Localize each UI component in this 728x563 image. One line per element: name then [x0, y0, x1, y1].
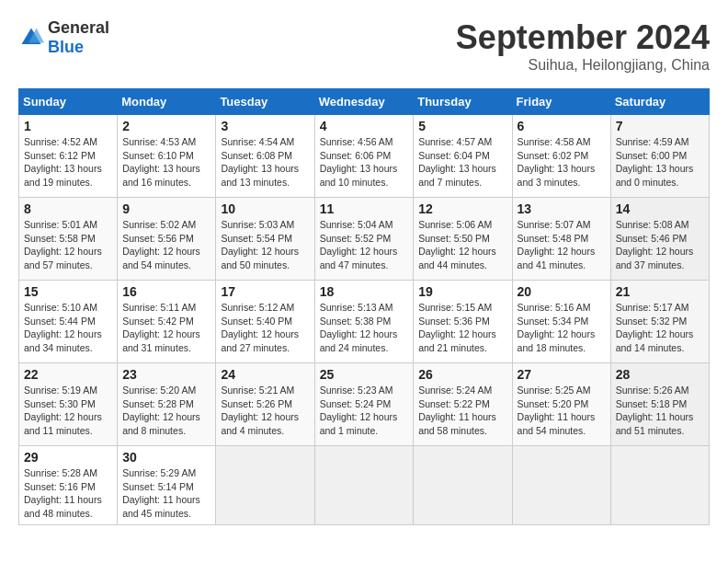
calendar-cell: 5Sunrise: 4:57 AMSunset: 6:04 PMDaylight… [414, 115, 512, 198]
calendar-cell: 2Sunrise: 4:53 AMSunset: 6:10 PMDaylight… [118, 115, 216, 198]
day-number: 1 [24, 119, 112, 133]
day-info: Sunrise: 5:20 AMSunset: 5:28 PMDaylight:… [122, 384, 210, 438]
calendar-cell [414, 446, 512, 525]
calendar-cell: 24Sunrise: 5:21 AMSunset: 5:26 PMDayligh… [216, 363, 314, 446]
weekday-header-wednesday: Wednesday [314, 89, 414, 115]
calendar-week-4: 22Sunrise: 5:19 AMSunset: 5:30 PMDayligh… [19, 363, 710, 446]
day-info: Sunrise: 5:26 AMSunset: 5:18 PMDaylight:… [616, 384, 704, 438]
weekday-header-thursday: Thursday [414, 89, 512, 115]
day-info: Sunrise: 5:29 AMSunset: 5:14 PMDaylight:… [122, 466, 210, 521]
day-info: Sunrise: 5:25 AMSunset: 5:20 PMDaylight:… [518, 384, 606, 438]
day-info: Sunrise: 5:10 AMSunset: 5:44 PMDaylight:… [24, 301, 112, 355]
calendar-cell: 13Sunrise: 5:07 AMSunset: 5:48 PMDayligh… [512, 198, 610, 281]
day-info: Sunrise: 5:12 AMSunset: 5:40 PMDaylight:… [221, 301, 309, 355]
weekday-header-sunday: Sunday [19, 89, 118, 115]
day-info: Sunrise: 5:17 AMSunset: 5:32 PMDaylight:… [616, 301, 704, 355]
day-number: 18 [320, 284, 409, 299]
calendar-week-3: 15Sunrise: 5:10 AMSunset: 5:44 PMDayligh… [19, 281, 710, 363]
calendar-cell: 28Sunrise: 5:26 AMSunset: 5:18 PMDayligh… [610, 363, 709, 446]
day-info: Sunrise: 5:24 AMSunset: 5:22 PMDaylight:… [418, 384, 506, 438]
day-number: 26 [418, 367, 506, 382]
day-number: 4 [320, 119, 409, 133]
day-number: 30 [122, 450, 210, 465]
weekday-header-row: SundayMondayTuesdayWednesdayThursdayFrid… [19, 89, 710, 115]
calendar-cell: 8Sunrise: 5:01 AMSunset: 5:58 PMDaylight… [19, 198, 118, 281]
logo-blue: Blue [48, 38, 84, 56]
day-number: 24 [221, 367, 309, 382]
day-info: Sunrise: 5:08 AMSunset: 5:46 PMDaylight:… [616, 218, 704, 272]
weekday-header-saturday: Saturday [610, 89, 709, 115]
calendar-cell: 20Sunrise: 5:16 AMSunset: 5:34 PMDayligh… [512, 281, 610, 363]
calendar-cell: 1Sunrise: 4:52 AMSunset: 6:12 PMDaylight… [19, 115, 118, 198]
day-info: Sunrise: 5:03 AMSunset: 5:54 PMDaylight:… [221, 218, 309, 272]
day-number: 19 [418, 284, 506, 299]
day-number: 12 [418, 201, 506, 216]
day-info: Sunrise: 4:52 AMSunset: 6:12 PMDaylight:… [24, 135, 112, 190]
day-info: Sunrise: 4:57 AMSunset: 6:04 PMDaylight:… [418, 135, 506, 190]
day-info: Sunrise: 5:02 AMSunset: 5:56 PMDaylight:… [122, 218, 210, 272]
page-header: General Blue September 2024 Suihua, Heil… [18, 18, 710, 74]
title-block: September 2024 Suihua, Heilongjiang, Chi… [456, 18, 710, 74]
calendar-cell: 11Sunrise: 5:04 AMSunset: 5:52 PMDayligh… [314, 198, 414, 281]
day-info: Sunrise: 5:06 AMSunset: 5:50 PMDaylight:… [418, 218, 506, 272]
calendar-cell: 9Sunrise: 5:02 AMSunset: 5:56 PMDaylight… [118, 198, 216, 281]
calendar-cell: 25Sunrise: 5:23 AMSunset: 5:24 PMDayligh… [314, 363, 414, 446]
logo-general: General [48, 18, 109, 37]
day-number: 21 [616, 284, 704, 299]
day-number: 11 [320, 201, 409, 216]
day-info: Sunrise: 4:56 AMSunset: 6:06 PMDaylight:… [320, 135, 409, 190]
day-number: 6 [518, 119, 606, 133]
calendar-cell [314, 446, 414, 525]
day-number: 10 [221, 201, 309, 216]
calendar-cell [512, 446, 610, 525]
day-info: Sunrise: 5:11 AMSunset: 5:42 PMDaylight:… [122, 301, 210, 355]
calendar-week-5: 29Sunrise: 5:28 AMSunset: 5:16 PMDayligh… [19, 446, 710, 525]
day-number: 25 [320, 367, 409, 382]
calendar-cell: 14Sunrise: 5:08 AMSunset: 5:46 PMDayligh… [610, 198, 709, 281]
day-number: 23 [122, 367, 210, 382]
day-number: 14 [616, 201, 704, 216]
day-number: 13 [518, 201, 606, 216]
calendar-cell: 26Sunrise: 5:24 AMSunset: 5:22 PMDayligh… [414, 363, 512, 446]
calendar-cell [216, 446, 314, 525]
day-number: 17 [221, 284, 309, 299]
logo-icon [18, 25, 44, 51]
calendar-cell: 30Sunrise: 5:29 AMSunset: 5:14 PMDayligh… [118, 446, 216, 525]
day-number: 28 [616, 367, 704, 382]
day-number: 27 [518, 367, 606, 382]
calendar-cell: 18Sunrise: 5:13 AMSunset: 5:38 PMDayligh… [314, 281, 414, 363]
day-info: Sunrise: 5:21 AMSunset: 5:26 PMDaylight:… [221, 384, 309, 438]
calendar-cell: 15Sunrise: 5:10 AMSunset: 5:44 PMDayligh… [19, 281, 118, 363]
calendar-cell: 10Sunrise: 5:03 AMSunset: 5:54 PMDayligh… [216, 198, 314, 281]
calendar-cell: 22Sunrise: 5:19 AMSunset: 5:30 PMDayligh… [19, 363, 118, 446]
weekday-header-tuesday: Tuesday [216, 89, 314, 115]
logo-text: General Blue [48, 18, 109, 57]
day-number: 29 [24, 450, 112, 465]
day-number: 9 [122, 201, 210, 216]
calendar-week-2: 8Sunrise: 5:01 AMSunset: 5:58 PMDaylight… [19, 198, 710, 281]
calendar-week-1: 1Sunrise: 4:52 AMSunset: 6:12 PMDaylight… [19, 115, 710, 198]
weekday-header-monday: Monday [118, 89, 216, 115]
day-number: 22 [24, 367, 112, 382]
day-number: 2 [122, 119, 210, 133]
day-number: 3 [221, 119, 309, 133]
day-info: Sunrise: 5:19 AMSunset: 5:30 PMDaylight:… [24, 384, 112, 438]
day-number: 8 [24, 201, 112, 216]
day-info: Sunrise: 5:04 AMSunset: 5:52 PMDaylight:… [320, 218, 409, 272]
calendar-cell: 12Sunrise: 5:06 AMSunset: 5:50 PMDayligh… [414, 198, 512, 281]
calendar-cell: 19Sunrise: 5:15 AMSunset: 5:36 PMDayligh… [414, 281, 512, 363]
day-info: Sunrise: 5:28 AMSunset: 5:16 PMDaylight:… [24, 466, 112, 521]
logo: General Blue [18, 18, 109, 57]
day-number: 5 [418, 119, 506, 133]
day-info: Sunrise: 5:15 AMSunset: 5:36 PMDaylight:… [418, 301, 506, 355]
calendar-cell: 16Sunrise: 5:11 AMSunset: 5:42 PMDayligh… [118, 281, 216, 363]
location-title: Suihua, Heilongjiang, China [456, 57, 710, 74]
calendar-cell: 21Sunrise: 5:17 AMSunset: 5:32 PMDayligh… [610, 281, 709, 363]
calendar-cell: 6Sunrise: 4:58 AMSunset: 6:02 PMDaylight… [512, 115, 610, 198]
day-number: 16 [122, 284, 210, 299]
calendar-cell: 29Sunrise: 5:28 AMSunset: 5:16 PMDayligh… [19, 446, 118, 525]
calendar-cell: 4Sunrise: 4:56 AMSunset: 6:06 PMDaylight… [314, 115, 414, 198]
day-number: 15 [24, 284, 112, 299]
calendar-cell: 17Sunrise: 5:12 AMSunset: 5:40 PMDayligh… [216, 281, 314, 363]
calendar-cell: 27Sunrise: 5:25 AMSunset: 5:20 PMDayligh… [512, 363, 610, 446]
